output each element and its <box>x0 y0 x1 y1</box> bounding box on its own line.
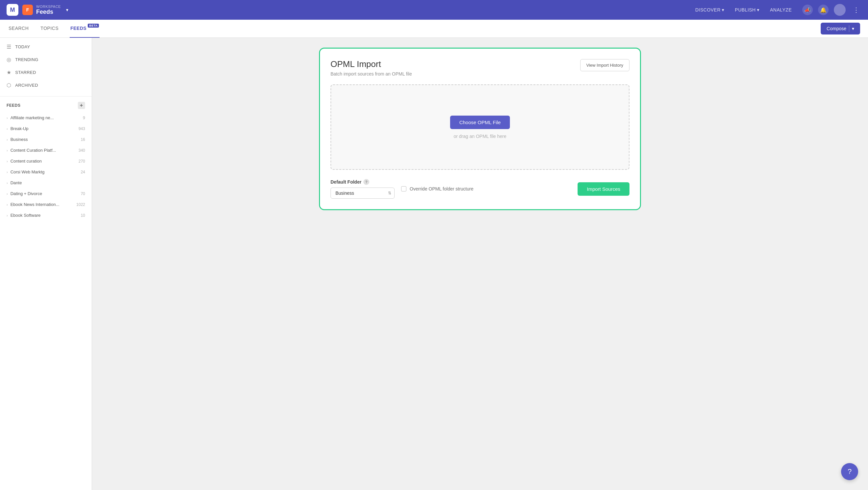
top-nav: M F WORKSPACE Feeds ▾ DISCOVER ▾ PUBLISH… <box>0 0 868 20</box>
archive-icon: ⬡ <box>7 82 11 88</box>
import-sources-button[interactable]: Import Sources <box>578 182 629 196</box>
feed-name: Corsi Web Marktg <box>10 169 78 174</box>
list-item[interactable]: › Affiliate marketing ne... 9 <box>0 112 92 123</box>
compose-dropdown-icon: ▾ <box>852 26 854 31</box>
modal-title: OPML Import <box>331 59 580 69</box>
chevron-icon: › <box>7 116 8 120</box>
help-fab-icon: ? <box>848 467 851 476</box>
modal-subtitle: Batch import sources from an OPML file <box>331 71 580 76</box>
nav-discover[interactable]: DISCOVER ▾ <box>695 7 724 12</box>
list-item[interactable]: › Business 16 <box>0 134 92 145</box>
workspace-info: WORKSPACE Feeds <box>36 5 61 15</box>
feed-count: 24 <box>81 170 85 174</box>
default-folder-select[interactable]: Business Affiliate marketing ne... Break… <box>331 188 395 199</box>
feed-name: Dating + Divorce <box>10 191 78 196</box>
workspace-name: Feeds <box>36 8 61 15</box>
choose-opml-file-button[interactable]: Choose OPML File <box>450 116 510 129</box>
sidebar-item-trending[interactable]: ◎ TRENDING <box>0 53 92 66</box>
content-area: OPML Import Batch import sources from an… <box>92 38 868 490</box>
user-avatar[interactable] <box>834 4 846 16</box>
chevron-icon: › <box>7 127 8 131</box>
feed-count: 1022 <box>76 202 85 207</box>
today-label: TODAY <box>15 44 30 49</box>
chevron-icon: › <box>7 203 8 206</box>
feeds-section-header: FEEDS + <box>0 99 92 112</box>
second-nav: SEARCH TOPICS FEEDS BETA Compose ▾ <box>0 20 868 38</box>
opml-drop-zone[interactable]: Choose OPML File or drag an OPML file he… <box>331 85 629 170</box>
opml-import-modal: OPML Import Batch import sources from an… <box>319 47 641 210</box>
logo-letter: M <box>10 7 15 13</box>
override-opml-checkbox[interactable] <box>401 186 406 192</box>
drag-hint-text: or drag an OPML file here <box>454 134 506 139</box>
chevron-icon: › <box>7 181 8 185</box>
view-import-history-button[interactable]: View Import History <box>580 59 629 71</box>
feed-name: Content Curation Platf... <box>10 148 76 153</box>
chevron-icon: › <box>7 170 8 174</box>
today-icon: ☰ <box>7 44 11 50</box>
discover-dropdown-icon: ▾ <box>722 7 724 12</box>
feed-count: 270 <box>79 159 85 164</box>
chevron-icon: › <box>7 149 8 152</box>
override-folder-structure-section: Override OPML folder structure <box>401 186 473 192</box>
chevron-icon: › <box>7 192 8 196</box>
default-folder-help-icon[interactable]: ? <box>363 179 369 185</box>
feed-count: 70 <box>81 192 85 196</box>
sidebar-item-archived[interactable]: ⬡ ARCHIVED <box>0 79 92 92</box>
sidebar: ☰ TODAY ◎ TRENDING ★ STARRED ⬡ ARCHIVED … <box>0 38 92 490</box>
nav-analyze[interactable]: ANALYZE <box>770 7 792 12</box>
modal-footer: Default Folder ? Business Affiliate mark… <box>331 179 629 199</box>
list-item[interactable]: › Corsi Web Marktg 24 <box>0 166 92 177</box>
sidebar-item-today[interactable]: ☰ TODAY <box>0 40 92 53</box>
modal-title-area: OPML Import Batch import sources from an… <box>331 59 580 76</box>
compose-button[interactable]: Compose ▾ <box>821 23 860 34</box>
app-logo[interactable]: M <box>7 4 19 16</box>
bell-icon-btn[interactable]: 🔔 <box>818 5 829 15</box>
nav-right: 📣 🔔 ⋮ <box>802 4 861 16</box>
list-item[interactable]: › Ebook Software 10 <box>0 210 92 221</box>
nav-publish[interactable]: PUBLISH ▾ <box>735 7 760 12</box>
nav-center: DISCOVER ▾ PUBLISH ▾ ANALYZE <box>695 7 792 12</box>
list-item[interactable]: › Ebook News Internation... 1022 <box>0 199 92 210</box>
chevron-icon: › <box>7 159 8 163</box>
modal-header: OPML Import Batch import sources from an… <box>331 59 629 76</box>
help-fab-button[interactable]: ? <box>841 463 858 480</box>
main-layout: ☰ TODAY ◎ TRENDING ★ STARRED ⬡ ARCHIVED … <box>0 38 868 490</box>
tab-feeds[interactable]: FEEDS BETA <box>70 20 99 38</box>
feed-count: 9 <box>83 116 85 120</box>
archived-label: ARCHIVED <box>15 83 38 88</box>
tab-topics[interactable]: TOPICS <box>40 20 59 38</box>
list-item[interactable]: › Content curation 270 <box>0 156 92 166</box>
add-feed-button[interactable]: + <box>78 102 85 109</box>
tab-search[interactable]: SEARCH <box>8 20 29 38</box>
compose-label: Compose <box>827 26 846 31</box>
list-item[interactable]: › Content Curation Platf... 340 <box>0 145 92 156</box>
list-item[interactable]: › Break-Up 943 <box>0 123 92 134</box>
default-folder-section: Default Folder ? Business Affiliate mark… <box>331 179 395 199</box>
list-item[interactable]: › Dante <box>0 177 92 188</box>
star-icon: ★ <box>7 69 11 75</box>
workspace-dropdown-icon[interactable]: ▾ <box>66 7 68 12</box>
compose-divider <box>849 25 849 32</box>
trending-label: TRENDING <box>15 57 38 62</box>
feed-count: 16 <box>81 137 85 142</box>
feeds-brand-icon: F <box>22 5 33 15</box>
list-item[interactable]: › Dating + Divorce 70 <box>0 188 92 199</box>
sidebar-divider-1 <box>0 96 92 97</box>
trending-icon: ◎ <box>7 57 11 63</box>
workspace-label: WORKSPACE <box>36 5 61 8</box>
chevron-icon: › <box>7 214 8 218</box>
feed-count: 943 <box>79 126 85 131</box>
feed-name: Content curation <box>10 159 76 164</box>
feed-name: Ebook News Internation... <box>10 202 74 207</box>
settings-icon-btn[interactable]: ⋮ <box>851 5 861 15</box>
nav-tabs: SEARCH TOPICS FEEDS BETA <box>8 20 821 38</box>
feed-name: Break-Up <box>10 126 76 131</box>
feeds-beta-badge: BETA <box>88 24 99 28</box>
feed-count: 10 <box>81 213 85 218</box>
sidebar-item-starred[interactable]: ★ STARRED <box>0 66 92 79</box>
sidebar-nav-section: ☰ TODAY ◎ TRENDING ★ STARRED ⬡ ARCHIVED <box>0 38 92 94</box>
megaphone-icon-btn[interactable]: 📣 <box>802 5 813 15</box>
feed-name: Ebook Software <box>10 213 78 218</box>
chevron-icon: › <box>7 138 8 141</box>
feed-name: Dante <box>10 180 83 185</box>
